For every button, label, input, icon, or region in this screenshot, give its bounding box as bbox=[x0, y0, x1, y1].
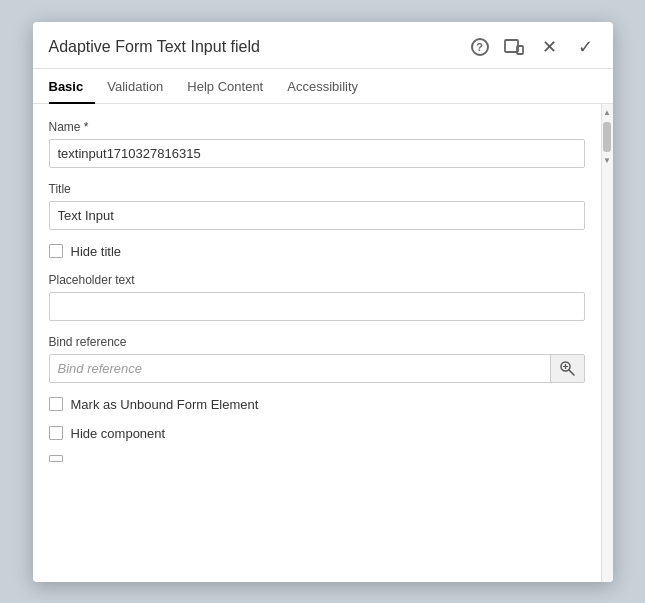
bind-browse-button[interactable] bbox=[550, 355, 584, 382]
scroll-up-arrow[interactable]: ▲ bbox=[601, 106, 613, 120]
hide-title-label: Hide title bbox=[71, 244, 122, 259]
svg-rect-0 bbox=[505, 40, 518, 52]
hide-component-checkbox[interactable] bbox=[49, 426, 63, 440]
header-icons: ? ✕ ✓ bbox=[471, 36, 597, 58]
placeholder-input[interactable] bbox=[49, 292, 585, 321]
browse-db-icon bbox=[558, 359, 576, 377]
svg-line-3 bbox=[569, 370, 574, 375]
bind-reference-input[interactable] bbox=[50, 355, 550, 382]
hide-title-checkbox[interactable] bbox=[49, 244, 63, 258]
name-label: Name bbox=[49, 120, 585, 134]
scroll-down-arrow[interactable]: ▼ bbox=[601, 154, 613, 168]
title-input[interactable] bbox=[49, 201, 585, 230]
bind-reference-field-group: Bind reference bbox=[49, 335, 585, 383]
dialog-header: Adaptive Form Text Input field ? ✕ ✓ bbox=[33, 22, 613, 69]
mark-unbound-checkbox[interactable] bbox=[49, 397, 63, 411]
responsive-icon[interactable] bbox=[503, 36, 525, 58]
title-field-group: Title bbox=[49, 182, 585, 230]
dialog-body: Name Title Hide title Placeholder text B… bbox=[33, 104, 601, 582]
name-field-group: Name bbox=[49, 120, 585, 168]
dialog-body-wrapper: Name Title Hide title Placeholder text B… bbox=[33, 104, 613, 582]
name-input[interactable] bbox=[49, 139, 585, 168]
mark-unbound-row: Mark as Unbound Form Element bbox=[49, 397, 585, 412]
extra-checkbox[interactable] bbox=[49, 455, 63, 462]
placeholder-field-group: Placeholder text bbox=[49, 273, 585, 321]
hide-component-label: Hide component bbox=[71, 426, 166, 441]
dialog-title: Adaptive Form Text Input field bbox=[49, 38, 471, 56]
help-icon[interactable]: ? bbox=[471, 38, 489, 56]
tab-validation[interactable]: Validation bbox=[95, 69, 175, 104]
bind-input-wrapper bbox=[49, 354, 585, 383]
tab-accessibility[interactable]: Accessibility bbox=[275, 69, 370, 104]
mark-unbound-label: Mark as Unbound Form Element bbox=[71, 397, 259, 412]
hide-component-row: Hide component bbox=[49, 426, 585, 441]
confirm-icon[interactable]: ✓ bbox=[575, 36, 597, 58]
tab-basic[interactable]: Basic bbox=[49, 69, 96, 104]
placeholder-label: Placeholder text bbox=[49, 273, 585, 287]
bind-reference-label: Bind reference bbox=[49, 335, 585, 349]
scrollbar-thumb[interactable] bbox=[603, 122, 611, 152]
tabs: Basic Validation Help Content Accessibil… bbox=[33, 69, 613, 104]
scrollbar-track: ▲ ▼ bbox=[601, 104, 613, 582]
title-label: Title bbox=[49, 182, 585, 196]
hide-title-row: Hide title bbox=[49, 244, 585, 259]
dialog: Adaptive Form Text Input field ? ✕ ✓ Bas… bbox=[33, 22, 613, 582]
close-icon[interactable]: ✕ bbox=[539, 36, 561, 58]
tab-help-content[interactable]: Help Content bbox=[175, 69, 275, 104]
